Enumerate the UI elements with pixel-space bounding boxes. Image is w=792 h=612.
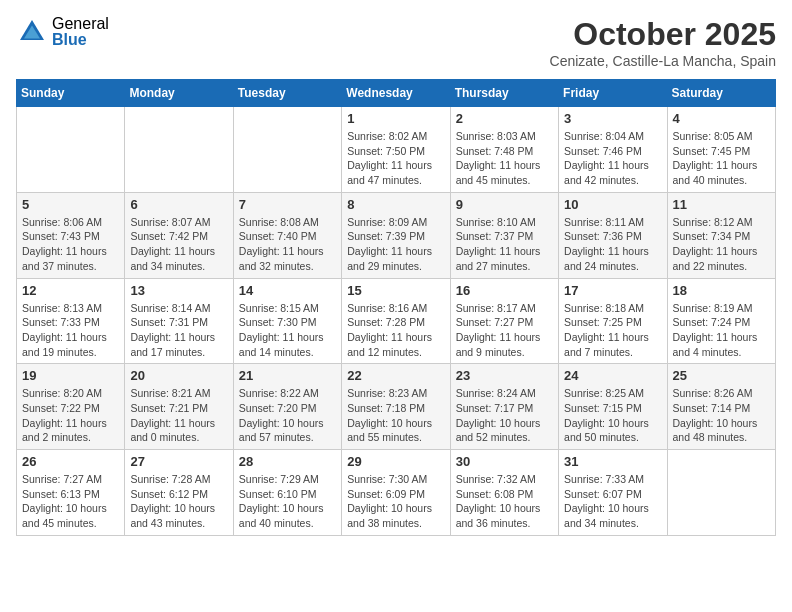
- day-info: Sunrise: 8:21 AM Sunset: 7:21 PM Dayligh…: [130, 386, 227, 445]
- calendar-cell: 23Sunrise: 8:24 AM Sunset: 7:17 PM Dayli…: [450, 364, 558, 450]
- day-info: Sunrise: 8:04 AM Sunset: 7:46 PM Dayligh…: [564, 129, 661, 188]
- weekday-header: Sunday: [17, 80, 125, 107]
- calendar-cell: 16Sunrise: 8:17 AM Sunset: 7:27 PM Dayli…: [450, 278, 558, 364]
- calendar-cell: [125, 107, 233, 193]
- calendar-week-row: 5Sunrise: 8:06 AM Sunset: 7:43 PM Daylig…: [17, 192, 776, 278]
- title-block: October 2025 Cenizate, Castille-La Manch…: [550, 16, 776, 69]
- day-info: Sunrise: 8:12 AM Sunset: 7:34 PM Dayligh…: [673, 215, 770, 274]
- day-number: 25: [673, 368, 770, 383]
- day-info: Sunrise: 8:20 AM Sunset: 7:22 PM Dayligh…: [22, 386, 119, 445]
- day-info: Sunrise: 8:16 AM Sunset: 7:28 PM Dayligh…: [347, 301, 444, 360]
- day-info: Sunrise: 8:26 AM Sunset: 7:14 PM Dayligh…: [673, 386, 770, 445]
- day-info: Sunrise: 8:13 AM Sunset: 7:33 PM Dayligh…: [22, 301, 119, 360]
- calendar-cell: 31Sunrise: 7:33 AM Sunset: 6:07 PM Dayli…: [559, 450, 667, 536]
- day-info: Sunrise: 8:02 AM Sunset: 7:50 PM Dayligh…: [347, 129, 444, 188]
- day-info: Sunrise: 8:25 AM Sunset: 7:15 PM Dayligh…: [564, 386, 661, 445]
- calendar-week-row: 26Sunrise: 7:27 AM Sunset: 6:13 PM Dayli…: [17, 450, 776, 536]
- calendar-cell: 7Sunrise: 8:08 AM Sunset: 7:40 PM Daylig…: [233, 192, 341, 278]
- day-info: Sunrise: 7:27 AM Sunset: 6:13 PM Dayligh…: [22, 472, 119, 531]
- day-number: 2: [456, 111, 553, 126]
- weekday-header: Tuesday: [233, 80, 341, 107]
- page-header: General Blue October 2025 Cenizate, Cast…: [16, 16, 776, 69]
- calendar-cell: 9Sunrise: 8:10 AM Sunset: 7:37 PM Daylig…: [450, 192, 558, 278]
- day-number: 26: [22, 454, 119, 469]
- day-number: 13: [130, 283, 227, 298]
- weekday-header: Monday: [125, 80, 233, 107]
- day-number: 15: [347, 283, 444, 298]
- calendar-cell: 21Sunrise: 8:22 AM Sunset: 7:20 PM Dayli…: [233, 364, 341, 450]
- location: Cenizate, Castille-La Mancha, Spain: [550, 53, 776, 69]
- day-number: 21: [239, 368, 336, 383]
- calendar-cell: 15Sunrise: 8:16 AM Sunset: 7:28 PM Dayli…: [342, 278, 450, 364]
- logo: General Blue: [16, 16, 109, 48]
- calendar-cell: 11Sunrise: 8:12 AM Sunset: 7:34 PM Dayli…: [667, 192, 775, 278]
- logo-general: General: [52, 16, 109, 32]
- logo-text: General Blue: [52, 16, 109, 48]
- day-info: Sunrise: 7:30 AM Sunset: 6:09 PM Dayligh…: [347, 472, 444, 531]
- calendar-cell: 13Sunrise: 8:14 AM Sunset: 7:31 PM Dayli…: [125, 278, 233, 364]
- calendar-header-row: SundayMondayTuesdayWednesdayThursdayFrid…: [17, 80, 776, 107]
- day-number: 8: [347, 197, 444, 212]
- day-number: 11: [673, 197, 770, 212]
- logo-icon: [16, 16, 48, 48]
- day-info: Sunrise: 8:08 AM Sunset: 7:40 PM Dayligh…: [239, 215, 336, 274]
- day-info: Sunrise: 7:29 AM Sunset: 6:10 PM Dayligh…: [239, 472, 336, 531]
- day-info: Sunrise: 8:10 AM Sunset: 7:37 PM Dayligh…: [456, 215, 553, 274]
- calendar-cell: 10Sunrise: 8:11 AM Sunset: 7:36 PM Dayli…: [559, 192, 667, 278]
- calendar-cell: 12Sunrise: 8:13 AM Sunset: 7:33 PM Dayli…: [17, 278, 125, 364]
- day-number: 31: [564, 454, 661, 469]
- day-info: Sunrise: 8:17 AM Sunset: 7:27 PM Dayligh…: [456, 301, 553, 360]
- day-info: Sunrise: 8:09 AM Sunset: 7:39 PM Dayligh…: [347, 215, 444, 274]
- day-number: 30: [456, 454, 553, 469]
- day-number: 14: [239, 283, 336, 298]
- calendar-cell: 30Sunrise: 7:32 AM Sunset: 6:08 PM Dayli…: [450, 450, 558, 536]
- calendar-cell: 17Sunrise: 8:18 AM Sunset: 7:25 PM Dayli…: [559, 278, 667, 364]
- calendar-cell: [233, 107, 341, 193]
- day-number: 27: [130, 454, 227, 469]
- day-info: Sunrise: 7:32 AM Sunset: 6:08 PM Dayligh…: [456, 472, 553, 531]
- calendar-cell: 19Sunrise: 8:20 AM Sunset: 7:22 PM Dayli…: [17, 364, 125, 450]
- day-number: 10: [564, 197, 661, 212]
- weekday-header: Thursday: [450, 80, 558, 107]
- day-number: 9: [456, 197, 553, 212]
- day-number: 1: [347, 111, 444, 126]
- calendar-cell: [17, 107, 125, 193]
- calendar-cell: 3Sunrise: 8:04 AM Sunset: 7:46 PM Daylig…: [559, 107, 667, 193]
- calendar-cell: 18Sunrise: 8:19 AM Sunset: 7:24 PM Dayli…: [667, 278, 775, 364]
- day-info: Sunrise: 8:06 AM Sunset: 7:43 PM Dayligh…: [22, 215, 119, 274]
- day-info: Sunrise: 8:15 AM Sunset: 7:30 PM Dayligh…: [239, 301, 336, 360]
- day-info: Sunrise: 8:14 AM Sunset: 7:31 PM Dayligh…: [130, 301, 227, 360]
- month-title: October 2025: [550, 16, 776, 53]
- day-number: 7: [239, 197, 336, 212]
- day-number: 22: [347, 368, 444, 383]
- weekday-header: Wednesday: [342, 80, 450, 107]
- day-number: 19: [22, 368, 119, 383]
- day-number: 24: [564, 368, 661, 383]
- day-number: 17: [564, 283, 661, 298]
- calendar-week-row: 19Sunrise: 8:20 AM Sunset: 7:22 PM Dayli…: [17, 364, 776, 450]
- day-number: 16: [456, 283, 553, 298]
- calendar-cell: 28Sunrise: 7:29 AM Sunset: 6:10 PM Dayli…: [233, 450, 341, 536]
- day-number: 4: [673, 111, 770, 126]
- day-info: Sunrise: 8:11 AM Sunset: 7:36 PM Dayligh…: [564, 215, 661, 274]
- calendar-cell: 25Sunrise: 8:26 AM Sunset: 7:14 PM Dayli…: [667, 364, 775, 450]
- calendar-cell: [667, 450, 775, 536]
- day-info: Sunrise: 8:07 AM Sunset: 7:42 PM Dayligh…: [130, 215, 227, 274]
- day-info: Sunrise: 7:28 AM Sunset: 6:12 PM Dayligh…: [130, 472, 227, 531]
- day-info: Sunrise: 8:03 AM Sunset: 7:48 PM Dayligh…: [456, 129, 553, 188]
- day-number: 12: [22, 283, 119, 298]
- day-number: 3: [564, 111, 661, 126]
- calendar-cell: 22Sunrise: 8:23 AM Sunset: 7:18 PM Dayli…: [342, 364, 450, 450]
- day-number: 29: [347, 454, 444, 469]
- calendar-cell: 27Sunrise: 7:28 AM Sunset: 6:12 PM Dayli…: [125, 450, 233, 536]
- day-number: 23: [456, 368, 553, 383]
- calendar-cell: 8Sunrise: 8:09 AM Sunset: 7:39 PM Daylig…: [342, 192, 450, 278]
- weekday-header: Saturday: [667, 80, 775, 107]
- calendar-week-row: 1Sunrise: 8:02 AM Sunset: 7:50 PM Daylig…: [17, 107, 776, 193]
- calendar-week-row: 12Sunrise: 8:13 AM Sunset: 7:33 PM Dayli…: [17, 278, 776, 364]
- calendar-cell: 14Sunrise: 8:15 AM Sunset: 7:30 PM Dayli…: [233, 278, 341, 364]
- day-info: Sunrise: 8:23 AM Sunset: 7:18 PM Dayligh…: [347, 386, 444, 445]
- logo-blue: Blue: [52, 32, 109, 48]
- calendar-cell: 29Sunrise: 7:30 AM Sunset: 6:09 PM Dayli…: [342, 450, 450, 536]
- day-info: Sunrise: 8:18 AM Sunset: 7:25 PM Dayligh…: [564, 301, 661, 360]
